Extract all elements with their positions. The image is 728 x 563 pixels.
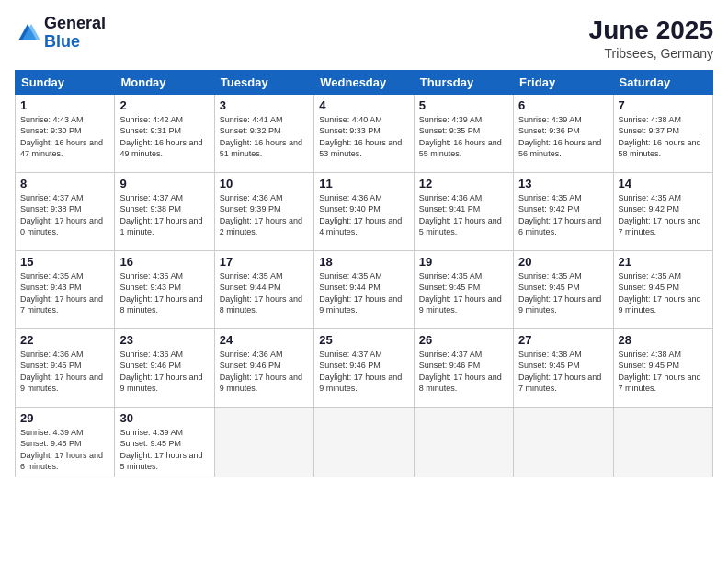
table-row: 17 Sunrise: 4:35 AMSunset: 9:44 PMDaylig… [214, 250, 313, 328]
day-info: Sunrise: 4:35 AMSunset: 9:43 PMDaylight:… [20, 271, 103, 316]
day-info: Sunrise: 4:36 AMSunset: 9:45 PMDaylight:… [20, 350, 103, 394]
day-number: 28 [619, 333, 708, 347]
table-row [514, 407, 613, 477]
col-saturday: Saturday [613, 70, 712, 94]
col-friday: Friday [514, 70, 613, 94]
day-info: Sunrise: 4:35 AMSunset: 9:44 PMDaylight:… [319, 271, 402, 316]
day-info: Sunrise: 4:35 AMSunset: 9:42 PMDaylight:… [619, 193, 701, 237]
day-number: 20 [518, 255, 608, 269]
day-number: 16 [119, 255, 209, 269]
day-number: 23 [119, 333, 209, 347]
col-tuesday: Tuesday [214, 70, 313, 94]
day-info: Sunrise: 4:36 AMSunset: 9:40 PMDaylight:… [319, 193, 402, 237]
day-number: 9 [119, 177, 209, 190]
table-row: 16 Sunrise: 4:35 AMSunset: 9:43 PMDaylig… [115, 250, 214, 328]
col-wednesday: Wednesday [314, 70, 414, 94]
table-row: 1 Sunrise: 4:43 AMSunset: 9:30 PMDayligh… [16, 94, 115, 172]
title-block: June 2025 Tribsees, Germany [589, 15, 713, 61]
col-thursday: Thursday [414, 70, 513, 94]
day-info: Sunrise: 4:37 AMSunset: 9:46 PMDaylight:… [419, 350, 502, 394]
day-info: Sunrise: 4:36 AMSunset: 9:46 PMDaylight:… [220, 350, 302, 394]
day-number: 8 [20, 177, 109, 190]
day-number: 7 [619, 98, 708, 112]
day-number: 24 [220, 333, 309, 347]
day-number: 2 [119, 98, 209, 112]
day-number: 27 [518, 333, 608, 347]
day-number: 14 [619, 177, 708, 190]
day-info: Sunrise: 4:35 AMSunset: 9:45 PMDaylight:… [419, 271, 502, 316]
day-info: Sunrise: 4:37 AMSunset: 9:38 PMDaylight:… [119, 193, 202, 237]
table-row: 2 Sunrise: 4:42 AMSunset: 9:31 PMDayligh… [115, 94, 214, 172]
day-number: 4 [319, 98, 408, 112]
day-info: Sunrise: 4:36 AMSunset: 9:39 PMDaylight:… [220, 193, 302, 237]
table-row: 20 Sunrise: 4:35 AMSunset: 9:45 PMDaylig… [514, 250, 613, 328]
table-row: 9 Sunrise: 4:37 AMSunset: 9:38 PMDayligh… [115, 172, 214, 250]
day-number: 5 [419, 98, 508, 112]
table-row [314, 407, 414, 477]
day-number: 22 [20, 333, 109, 347]
day-number: 17 [220, 255, 309, 269]
table-row [613, 407, 712, 477]
table-row: 21 Sunrise: 4:35 AMSunset: 9:45 PMDaylig… [613, 250, 712, 328]
day-info: Sunrise: 4:42 AMSunset: 9:31 PMDaylight:… [119, 115, 202, 159]
day-info: Sunrise: 4:36 AMSunset: 9:46 PMDaylight:… [119, 350, 202, 394]
col-sunday: Sunday [16, 70, 115, 94]
table-row [414, 407, 513, 477]
day-info: Sunrise: 4:35 AMSunset: 9:45 PMDaylight:… [518, 271, 601, 316]
day-info: Sunrise: 4:41 AMSunset: 9:32 PMDaylight:… [220, 115, 302, 159]
day-info: Sunrise: 4:38 AMSunset: 9:45 PMDaylight:… [619, 350, 701, 394]
day-number: 11 [319, 177, 408, 190]
logo-general: General [44, 14, 106, 32]
table-row: 25 Sunrise: 4:37 AMSunset: 9:46 PMDaylig… [314, 328, 414, 407]
day-info: Sunrise: 4:35 AMSunset: 9:44 PMDaylight:… [220, 271, 302, 316]
table-row: 28 Sunrise: 4:38 AMSunset: 9:45 PMDaylig… [613, 328, 712, 407]
day-info: Sunrise: 4:40 AMSunset: 9:33 PMDaylight:… [319, 115, 402, 159]
table-row: 27 Sunrise: 4:38 AMSunset: 9:45 PMDaylig… [514, 328, 613, 407]
day-info: Sunrise: 4:39 AMSunset: 9:35 PMDaylight:… [419, 115, 502, 159]
day-number: 3 [220, 98, 309, 112]
logo: General Blue [15, 15, 106, 52]
day-number: 25 [319, 333, 408, 347]
day-info: Sunrise: 4:39 AMSunset: 9:45 PMDaylight:… [20, 428, 103, 472]
table-row: 8 Sunrise: 4:37 AMSunset: 9:38 PMDayligh… [16, 172, 115, 250]
day-number: 18 [319, 255, 408, 269]
day-info: Sunrise: 4:35 AMSunset: 9:43 PMDaylight:… [119, 271, 202, 316]
day-info: Sunrise: 4:39 AMSunset: 9:36 PMDaylight:… [518, 115, 601, 159]
table-row: 15 Sunrise: 4:35 AMSunset: 9:43 PMDaylig… [16, 250, 115, 328]
day-info: Sunrise: 4:39 AMSunset: 9:45 PMDaylight:… [119, 428, 202, 472]
table-row: 7 Sunrise: 4:38 AMSunset: 9:37 PMDayligh… [613, 94, 712, 172]
header: General Blue June 2025 Tribsees, Germany [15, 15, 713, 61]
day-number: 6 [518, 98, 608, 112]
day-number: 30 [119, 411, 209, 425]
table-row: 10 Sunrise: 4:36 AMSunset: 9:39 PMDaylig… [214, 172, 313, 250]
table-row: 3 Sunrise: 4:41 AMSunset: 9:32 PMDayligh… [214, 94, 313, 172]
table-row: 29 Sunrise: 4:39 AMSunset: 9:45 PMDaylig… [16, 407, 115, 477]
day-info: Sunrise: 4:37 AMSunset: 9:38 PMDaylight:… [20, 193, 103, 237]
day-number: 10 [220, 177, 309, 190]
day-number: 15 [20, 255, 109, 269]
day-number: 29 [20, 411, 109, 425]
table-row: 23 Sunrise: 4:36 AMSunset: 9:46 PMDaylig… [115, 328, 214, 407]
table-row: 18 Sunrise: 4:35 AMSunset: 9:44 PMDaylig… [314, 250, 414, 328]
table-row: 11 Sunrise: 4:36 AMSunset: 9:40 PMDaylig… [314, 172, 414, 250]
table-row: 14 Sunrise: 4:35 AMSunset: 9:42 PMDaylig… [613, 172, 712, 250]
day-info: Sunrise: 4:38 AMSunset: 9:37 PMDaylight:… [619, 115, 701, 159]
day-number: 12 [419, 177, 508, 190]
table-row: 19 Sunrise: 4:35 AMSunset: 9:45 PMDaylig… [414, 250, 513, 328]
table-row: 4 Sunrise: 4:40 AMSunset: 9:33 PMDayligh… [314, 94, 414, 172]
logo-icon [15, 20, 40, 46]
day-number: 13 [518, 177, 608, 190]
table-row: 24 Sunrise: 4:36 AMSunset: 9:46 PMDaylig… [214, 328, 313, 407]
day-info: Sunrise: 4:38 AMSunset: 9:45 PMDaylight:… [518, 350, 601, 394]
location: Tribsees, Germany [589, 46, 713, 61]
table-row: 13 Sunrise: 4:35 AMSunset: 9:42 PMDaylig… [514, 172, 613, 250]
day-info: Sunrise: 4:37 AMSunset: 9:46 PMDaylight:… [319, 350, 402, 394]
table-row: 6 Sunrise: 4:39 AMSunset: 9:36 PMDayligh… [514, 94, 613, 172]
day-info: Sunrise: 4:35 AMSunset: 9:42 PMDaylight:… [518, 193, 601, 237]
day-number: 26 [419, 333, 508, 347]
table-row: 12 Sunrise: 4:36 AMSunset: 9:41 PMDaylig… [414, 172, 513, 250]
day-number: 21 [619, 255, 708, 269]
day-number: 1 [20, 98, 109, 112]
page: General Blue June 2025 Tribsees, Germany… [0, 0, 728, 563]
calendar-header-row: Sunday Monday Tuesday Wednesday Thursday… [16, 70, 713, 94]
